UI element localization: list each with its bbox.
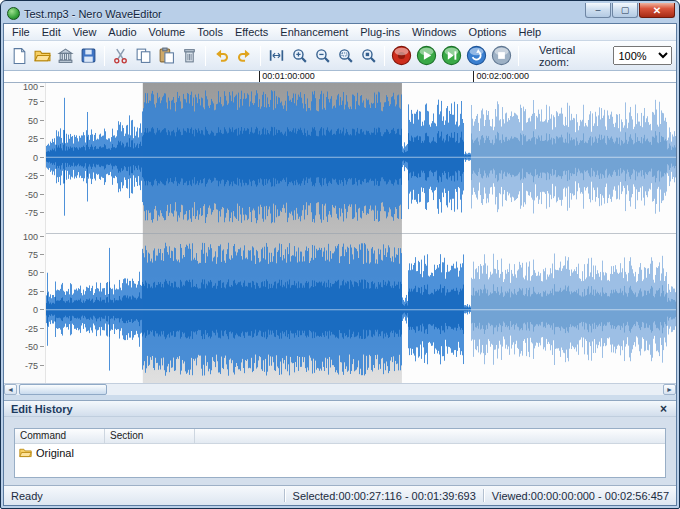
toolbar-separator — [104, 46, 105, 66]
play-button[interactable] — [414, 44, 439, 67]
cut-icon — [112, 47, 129, 64]
column-header-command[interactable]: Command — [15, 429, 105, 443]
column-header-section[interactable]: Section — [105, 429, 195, 443]
vertical-zoom-select[interactable]: 100% — [613, 46, 672, 65]
zoom-selection-button[interactable] — [334, 44, 357, 67]
waveform-viewport — [45, 83, 676, 383]
edit-history-table: CommandSection Original — [14, 428, 666, 478]
open-folder-button[interactable] — [31, 44, 54, 67]
axis-label: -25 — [25, 172, 38, 180]
menu-item-plugins[interactable]: Plug-ins — [354, 24, 406, 40]
horizontal-scrollbar[interactable]: ◄ ► — [4, 383, 676, 395]
scroll-right-button[interactable]: ► — [663, 384, 676, 395]
zoom-in-button[interactable] — [288, 44, 311, 67]
axis-label: -25 — [25, 325, 38, 333]
toolbar-separator — [205, 46, 206, 66]
minimize-button[interactable]: – — [585, 3, 611, 18]
zoom-out-icon — [314, 47, 331, 64]
status-ready: Ready — [11, 490, 277, 502]
window-title: Test.mp3 - Nero WaveEditor — [24, 8, 581, 20]
menu-item-enhancement[interactable]: Enhancement — [274, 24, 354, 40]
status-separator — [483, 489, 485, 502]
history-row[interactable]: Original — [15, 444, 665, 461]
menu-bar: FileEditViewAudioVolumeToolsEffectsEnhan… — [4, 24, 676, 41]
axis-label: 0 — [33, 306, 38, 314]
toolbar-separator — [518, 46, 519, 66]
menu-item-file[interactable]: File — [6, 24, 36, 40]
record-button[interactable] — [389, 44, 414, 67]
menu-item-options[interactable]: Options — [463, 24, 513, 40]
amplitude-axis: 1007550250-25-50-751007550250-25-50-75 — [4, 83, 45, 383]
vertical-zoom-group: Vertical zoom: 100% — [539, 44, 672, 68]
copy-icon — [135, 47, 152, 64]
menu-item-audio[interactable]: Audio — [102, 24, 142, 40]
column-header-spacer — [195, 429, 665, 443]
building-button[interactable] — [54, 44, 77, 67]
vertical-zoom-label: Vertical zoom: — [539, 44, 606, 68]
menu-item-help[interactable]: Help — [513, 24, 548, 40]
loop-icon — [466, 45, 487, 66]
paste-button[interactable] — [155, 44, 178, 67]
axis-label: 25 — [28, 288, 38, 296]
history-command-label: Original — [36, 447, 74, 459]
menu-item-volume[interactable]: Volume — [143, 24, 192, 40]
building-icon — [57, 47, 74, 64]
axis-label: 75 — [28, 251, 38, 259]
toolbar-buttons — [8, 44, 514, 67]
axis-label: -75 — [25, 362, 38, 370]
paste-icon — [158, 47, 175, 64]
zoom-out-button[interactable] — [311, 44, 334, 67]
undo-button[interactable] — [210, 44, 233, 67]
menu-item-effects[interactable]: Effects — [229, 24, 274, 40]
save-button[interactable] — [77, 44, 100, 67]
menu-item-view[interactable]: View — [67, 24, 103, 40]
maximize-button[interactable]: ▢ — [612, 3, 638, 18]
toolbar-separator — [260, 46, 261, 66]
edit-history-body: CommandSection Original — [4, 417, 676, 485]
axis-label: 50 — [28, 117, 38, 125]
play-all-button[interactable] — [439, 44, 464, 67]
new-file-button[interactable] — [8, 44, 31, 67]
time-ruler[interactable]: 00:01:00:00000:02:00:000 — [4, 71, 676, 83]
new-file-icon — [11, 47, 28, 64]
stop-button[interactable] — [489, 44, 514, 67]
scroll-left-button[interactable]: ◄ — [4, 384, 17, 395]
delete-button[interactable] — [178, 44, 201, 67]
cut-button[interactable] — [109, 44, 132, 67]
copy-button[interactable] — [132, 44, 155, 67]
close-edit-history-button[interactable]: × — [658, 403, 669, 415]
folder-icon — [19, 446, 32, 459]
edit-history-columns: CommandSection — [15, 429, 665, 444]
menu-item-edit[interactable]: Edit — [36, 24, 67, 40]
scrollbar-thumb[interactable] — [19, 384, 107, 395]
scrollbar-track[interactable] — [17, 384, 663, 395]
fit-width-button[interactable] — [265, 44, 288, 67]
menu-item-tools[interactable]: Tools — [191, 24, 229, 40]
edit-history-rows: Original — [15, 444, 665, 461]
stop-icon — [491, 45, 512, 66]
app-window: Test.mp3 - Nero WaveEditor – ▢ ✕ FileEdi… — [0, 0, 680, 509]
edit-history-panel: Edit History × CommandSection Original — [4, 400, 676, 485]
waveform-canvas[interactable] — [46, 83, 676, 383]
edit-history-title: Edit History — [11, 403, 73, 415]
undo-icon — [213, 47, 230, 64]
redo-button[interactable] — [233, 44, 256, 67]
zoom-selection-icon — [337, 47, 354, 64]
axis-label: -50 — [25, 343, 38, 351]
save-icon — [80, 47, 97, 64]
waveform-area: 1007550250-25-50-751007550250-25-50-75 — [4, 83, 676, 383]
close-button[interactable]: ✕ — [639, 3, 675, 18]
axis-label: 100 — [23, 83, 38, 91]
delete-icon — [181, 47, 198, 64]
axis-label: -50 — [25, 191, 38, 199]
time-ruler-scale: 00:01:00:00000:02:00:000 — [45, 71, 672, 82]
axis-label: 25 — [28, 135, 38, 143]
zoom-normal-button[interactable] — [357, 44, 380, 67]
menu-item-windows[interactable]: Windows — [406, 24, 463, 40]
loop-button[interactable] — [464, 44, 489, 67]
status-bar: Ready Selected:00:00:27:116 - 00:01:39:6… — [4, 485, 676, 505]
play-all-icon — [441, 45, 462, 66]
title-bar: Test.mp3 - Nero WaveEditor – ▢ ✕ — [3, 3, 677, 23]
zoom-in-icon — [291, 47, 308, 64]
play-icon — [416, 45, 437, 66]
